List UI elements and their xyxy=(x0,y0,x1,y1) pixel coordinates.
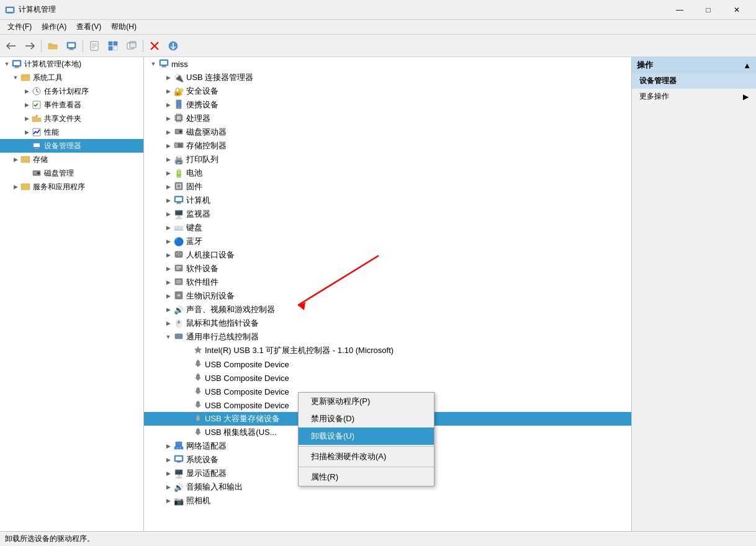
left-sys-tools[interactable]: ▼ 系统工具 xyxy=(0,71,143,84)
shared-icon xyxy=(31,114,42,123)
center-root[interactable]: ▼ miss xyxy=(144,57,631,71)
sw-component-icon xyxy=(174,277,184,289)
disk-drive[interactable]: ▶ 磁盘驱动器 xyxy=(144,125,631,139)
security-label: 安全设备 xyxy=(186,86,218,97)
close-button[interactable]: ✕ xyxy=(722,0,751,20)
ctx-properties-label: 属性(R) xyxy=(311,472,338,481)
more-actions[interactable]: 更多操作 ▶ xyxy=(632,89,756,104)
svg-rect-14 xyxy=(109,42,112,45)
folder-button[interactable] xyxy=(44,37,61,55)
left-disk-mgmt[interactable]: 磁盘管理 xyxy=(0,166,143,180)
ctx-disable-device[interactable]: 禁用设备(D) xyxy=(299,410,434,427)
ctx-scan-hardware[interactable]: 扫描检测硬件改动(A) xyxy=(299,448,434,465)
event-expand: ▶ xyxy=(22,101,31,109)
bluetooth-item[interactable]: ▶ 🔵 蓝牙 xyxy=(144,235,631,248)
usb-composite-1[interactable]: USB Composite Device xyxy=(144,357,631,371)
camera-item[interactable]: ▶ 📷 照相机 xyxy=(144,494,631,508)
new-window-button[interactable] xyxy=(123,37,140,55)
actions-collapse-icon: ▲ xyxy=(743,61,751,70)
devmgr-icon xyxy=(31,141,42,151)
menu-view[interactable]: 查看(V) xyxy=(71,20,106,34)
software-component[interactable]: ▶ 软件组件 xyxy=(144,275,631,289)
event-label: 事件查看器 xyxy=(44,100,81,110)
menu-file[interactable]: 文件(F) xyxy=(2,20,37,34)
firmware[interactable]: ▶ 固件 xyxy=(144,180,631,194)
svg-rect-9 xyxy=(69,49,74,50)
battery-label: 电池 xyxy=(186,168,202,179)
usb-mass-icon xyxy=(194,414,202,424)
left-storage[interactable]: ▶ 存储 xyxy=(0,153,143,166)
left-performance[interactable]: ▶ 性能 xyxy=(0,125,143,139)
left-shared-folders[interactable]: ▶ 共享文件夹 xyxy=(0,112,143,125)
svg-rect-28 xyxy=(14,68,19,68)
menu-action[interactable]: 操作(A) xyxy=(37,20,71,34)
left-root-item[interactable]: ▼ 计算机管理(本地) xyxy=(0,57,143,71)
left-device-manager[interactable]: 设备管理器 xyxy=(0,139,143,153)
bluetooth-icon: 🔵 xyxy=(174,237,184,246)
storage-controller[interactable]: ▶ 存储控制器 xyxy=(144,139,631,153)
title-left: 计算机管理 xyxy=(5,4,56,15)
computer-item[interactable]: ▶ 计算机 xyxy=(144,194,631,207)
maximize-button[interactable]: □ xyxy=(694,0,722,20)
usb-hub-controller[interactable]: ▼ 通用串行总线控制器 xyxy=(144,330,631,344)
svg-rect-2 xyxy=(8,12,12,13)
forward-button[interactable] xyxy=(21,37,38,55)
svg-rect-87 xyxy=(176,266,181,267)
security-device[interactable]: ▶ 🔐 安全设备 xyxy=(144,84,631,98)
ctx-properties[interactable]: 属性(R) xyxy=(299,468,434,486)
svg-rect-15 xyxy=(114,42,117,45)
right-panel: 操作 ▲ 设备管理器 更多操作 ▶ xyxy=(632,57,756,531)
device-manager-action[interactable]: 设备管理器 xyxy=(632,73,756,89)
mouse-item[interactable]: ▶ 🖱️ 鼠标和其他指针设备 xyxy=(144,316,631,330)
menu-help[interactable]: 帮助(H) xyxy=(106,20,142,34)
left-event-viewer[interactable]: ▶ 事件查看器 xyxy=(0,98,143,112)
svg-point-82 xyxy=(176,253,178,254)
portable-device[interactable]: ▶ 便携设备 xyxy=(144,98,631,112)
main-layout: ▼ 计算机管理(本地) ▼ 系统工具 xyxy=(0,57,756,531)
processor[interactable]: ▶ 处理器 xyxy=(144,112,631,125)
svg-rect-3 xyxy=(7,12,12,13)
svg-rect-45 xyxy=(161,61,167,65)
biometric[interactable]: ▶ 生物识别设备 xyxy=(144,289,631,303)
svg-point-66 xyxy=(179,130,182,133)
properties-button[interactable] xyxy=(86,37,103,55)
keyboard-label: 键盘 xyxy=(186,222,202,233)
delete-button[interactable] xyxy=(146,37,163,55)
left-services[interactable]: ▶ 服务和应用程序 xyxy=(0,180,143,194)
svg-point-84 xyxy=(180,253,181,254)
usb-composite-2[interactable]: USB Composite Device xyxy=(144,371,631,385)
software-device[interactable]: ▶ 软件设备 xyxy=(144,262,631,275)
svg-point-40 xyxy=(37,172,40,174)
show-hide-button[interactable] xyxy=(104,37,122,55)
minimize-button[interactable]: — xyxy=(665,0,694,20)
download-button[interactable] xyxy=(164,37,182,55)
monitor-item[interactable]: ▶ 🖥️ 监视器 xyxy=(144,207,631,221)
print-queue[interactable]: ▶ 🖨️ 打印队列 xyxy=(144,153,631,166)
ctx-update-driver[interactable]: 更新驱动程序(P) xyxy=(299,393,434,410)
svg-rect-47 xyxy=(161,66,166,67)
sep3 xyxy=(143,40,143,52)
window-controls: — □ ✕ xyxy=(665,0,751,20)
keyboard-item[interactable]: ▶ ⌨️ 键盘 xyxy=(144,221,631,235)
sw-device-icon xyxy=(174,263,184,275)
usb-connector-mgr[interactable]: ▶ 🔌 USB 连接器管理器 xyxy=(144,71,631,84)
battery[interactable]: ▶ 🔋 电池 xyxy=(144,166,631,180)
sw-component-label: 软件组件 xyxy=(186,277,218,288)
disk-label: 磁盘管理 xyxy=(44,168,74,179)
sound-video[interactable]: ▶ 🔊 声音、视频和游戏控制器 xyxy=(144,303,631,316)
right-panel-header[interactable]: 操作 ▲ xyxy=(632,57,756,73)
hid-item[interactable]: ▶ 人机接口设备 xyxy=(144,248,631,262)
intel-usb[interactable]: Intel(R) USB 3.1 可扩展主机控制器 - 1.10 (Micros… xyxy=(144,344,631,357)
bluetooth-label: 蓝牙 xyxy=(186,236,202,247)
task-label: 任务计划程序 xyxy=(44,86,89,97)
computer-button[interactable] xyxy=(63,37,80,55)
left-task-scheduler[interactable]: ▶ 任务计划程序 xyxy=(0,84,143,98)
ctx-uninstall-device[interactable]: 卸载设备(U) xyxy=(299,427,434,445)
back-button[interactable] xyxy=(2,37,20,55)
shared-label: 共享文件夹 xyxy=(44,114,81,124)
svg-point-94 xyxy=(176,335,178,337)
ctx-sep1 xyxy=(299,446,434,447)
svg-rect-71 xyxy=(178,144,182,145)
svg-rect-118 xyxy=(176,457,182,460)
svg-rect-91 xyxy=(176,280,181,284)
